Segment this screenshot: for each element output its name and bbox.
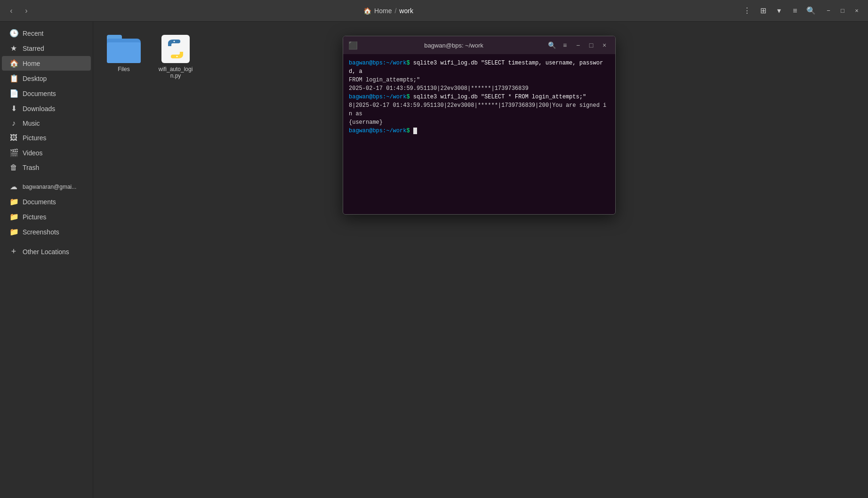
minimize-button[interactable]: − <box>822 4 835 17</box>
sidebar: 🕒 Recent ★ Starred 🏠 Home 📋 Desktop 📄 Do… <box>0 22 93 498</box>
music-icon: ♪ <box>9 119 18 128</box>
search-button[interactable]: 🔍 <box>804 4 818 18</box>
maximize-button[interactable]: □ <box>836 4 849 17</box>
python-icon <box>161 35 190 63</box>
terminal-close-button[interactable]: × <box>598 39 611 51</box>
sidebar-item-downloads[interactable]: ⬇ Downloads <box>2 101 91 116</box>
terminal-window: ⬛ bagwan@bps: ~/work 🔍 ≡ − □ × bagwan@bp… <box>343 36 616 215</box>
svg-point-2 <box>177 56 178 57</box>
file-item-files-folder[interactable]: Files <box>103 31 145 83</box>
file-item-python-script[interactable]: wifi_auto_login.py <box>154 31 197 83</box>
docs2-icon: 📁 <box>9 197 18 206</box>
sidebar-item-docs2[interactable]: 📁 Documents <box>2 194 91 209</box>
breadcrumb: 🏠 Home / work <box>37 7 740 15</box>
pics2-icon: 📁 <box>9 212 18 221</box>
toolbar-actions: ⋮ ⊞ ▾ ≡ 🔍 <box>740 4 818 18</box>
main-content: 🕒 Recent ★ Starred 🏠 Home 📋 Desktop 📄 Do… <box>0 22 868 498</box>
sidebar-label-documents: Documents <box>23 90 56 97</box>
sidebar-item-documents[interactable]: 📄 Documents <box>2 86 91 101</box>
sidebar-label-screenshots: Screenshots <box>23 228 59 236</box>
window-controls: − □ × <box>822 4 863 17</box>
sidebar-item-home[interactable]: 🏠 Home <box>2 56 91 71</box>
term-path-1: bagwan@bps:~/work <box>349 60 406 66</box>
network-icon: ☁ <box>9 182 18 191</box>
sidebar-label-trash: Trash <box>23 164 39 171</box>
close-button[interactable]: × <box>850 4 863 17</box>
screenshots-icon: 📁 <box>9 227 18 236</box>
sidebar-item-recent[interactable]: 🕒 Recent <box>2 26 91 40</box>
file-manager: ‹ › 🏠 Home / work ⋮ ⊞ ▾ ≡ 🔍 − □ × 🕒 Rece… <box>0 0 868 498</box>
sidebar-label-pics2: Pictures <box>23 213 47 221</box>
recent-icon: 🕒 <box>9 29 18 38</box>
terminal-title: bagwan@bps: ~/work <box>362 42 546 49</box>
term-path-3: bagwan@bps:~/work <box>349 128 406 134</box>
folder-icon <box>107 35 141 63</box>
breadcrumb-current: work <box>399 7 413 15</box>
sidebar-item-music[interactable]: ♪ Music <box>2 116 91 130</box>
terminal-controls: 🔍 ≡ − □ × <box>546 39 611 51</box>
documents-icon: 📄 <box>9 89 18 98</box>
sidebar-label-desktop: Desktop <box>23 75 47 82</box>
sidebar-item-other-locations[interactable]: + Other Locations <box>2 244 91 259</box>
sidebar-label-recent: Recent <box>23 30 43 37</box>
breadcrumb-separator: / <box>394 7 396 15</box>
pictures-icon: 🖼 <box>9 134 18 142</box>
sidebar-label-videos: Videos <box>23 149 43 157</box>
sidebar-label-network: bagwanaran@gmai... <box>23 184 76 190</box>
sidebar-item-network[interactable]: ☁ bagwanaran@gmai... <box>2 179 91 194</box>
terminal-titlebar: ⬛ bagwan@bps: ~/work 🔍 ≡ − □ × <box>343 36 615 54</box>
terminal-app-icon: ⬛ <box>348 40 358 50</box>
sidebar-item-pictures[interactable]: 🖼 Pictures <box>2 131 91 145</box>
sidebar-label-docs2: Documents <box>23 198 56 206</box>
terminal-search-button[interactable]: 🔍 <box>546 39 558 51</box>
file-label-files: Files <box>118 66 129 72</box>
breadcrumb-home[interactable]: Home <box>374 7 392 15</box>
svg-point-1 <box>174 41 175 42</box>
list-view-button[interactable]: ≡ <box>788 4 802 18</box>
downloads-icon: ⬇ <box>9 104 18 113</box>
file-label-python: wifi_auto_login.py <box>158 66 193 79</box>
sidebar-label-music: Music <box>23 120 40 127</box>
menu-dots-button[interactable]: ⋮ <box>740 4 754 18</box>
sidebar-label-other-locations: Other Locations <box>23 248 69 256</box>
view-toggle-button[interactable]: ⊞ <box>756 4 770 18</box>
sidebar-label-home: Home <box>23 60 40 67</box>
trash-icon: 🗑 <box>9 163 18 172</box>
sidebar-item-trash[interactable]: 🗑 Trash <box>2 161 91 175</box>
terminal-menu-button[interactable]: ≡ <box>559 39 571 51</box>
sidebar-label-downloads: Downloads <box>23 105 55 112</box>
terminal-maximize-button[interactable]: □ <box>585 39 597 51</box>
file-area: Files <box>93 22 868 498</box>
home-sidebar-icon: 🏠 <box>9 59 18 68</box>
back-button[interactable]: ‹ <box>5 4 18 17</box>
terminal-cursor <box>413 128 417 134</box>
nav-buttons: ‹ › <box>5 4 33 17</box>
term-path-2: bagwan@bps:~/work <box>349 94 406 100</box>
home-icon: 🏠 <box>363 7 371 15</box>
terminal-minimize-button[interactable]: − <box>572 39 584 51</box>
sidebar-label-starred: Starred <box>23 45 44 52</box>
sidebar-item-starred[interactable]: ★ Starred <box>2 41 91 56</box>
sidebar-item-desktop[interactable]: 📋 Desktop <box>2 71 91 86</box>
sidebar-item-screenshots[interactable]: 📁 Screenshots <box>2 225 91 239</box>
sidebar-item-videos[interactable]: 🎬 Videos <box>2 145 91 160</box>
view-toggle-down-button[interactable]: ▾ <box>772 4 786 18</box>
forward-button[interactable]: › <box>20 4 33 17</box>
title-bar: ‹ › 🏠 Home / work ⋮ ⊞ ▾ ≡ 🔍 − □ × <box>0 0 868 22</box>
desktop-icon: 📋 <box>9 74 18 83</box>
sidebar-item-pics2[interactable]: 📁 Pictures <box>2 209 91 224</box>
starred-icon: ★ <box>9 44 18 53</box>
terminal-body[interactable]: bagwan@bps:~/work$ sqlite3 wifi_log.db "… <box>343 54 615 214</box>
videos-icon: 🎬 <box>9 148 18 157</box>
sidebar-label-pictures: Pictures <box>23 134 47 142</box>
other-locations-icon: + <box>9 247 18 257</box>
